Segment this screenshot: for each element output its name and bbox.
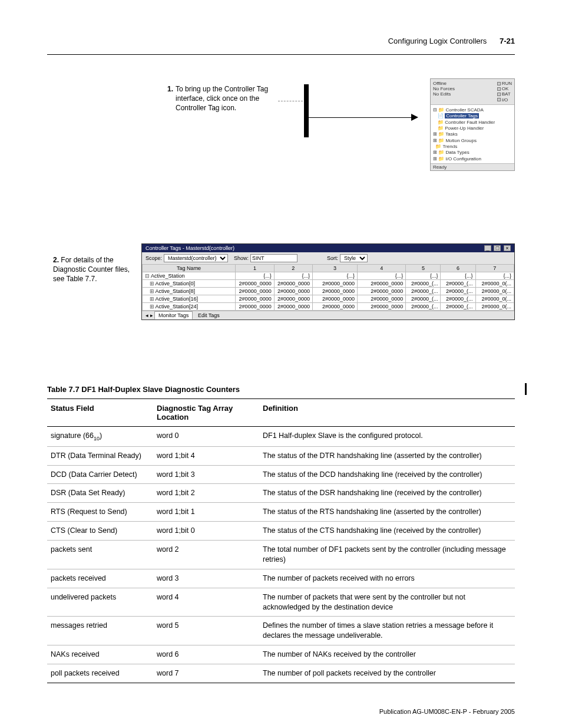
value-cell[interactable]: 2#0000_0000: [274, 288, 312, 295]
definition-cell: The number of NAKs received by the contr…: [259, 645, 515, 664]
value-cell[interactable]: 2#0000_(...: [441, 295, 475, 303]
tag-name-cell[interactable]: ⊟Active_Station: [143, 272, 236, 280]
location-cell: word 7: [153, 664, 259, 683]
tag-name-cell[interactable]: ⊞Active_Station[24]: [143, 303, 236, 311]
tag-name-cell[interactable]: ⊞Active_Station[0]: [143, 280, 236, 288]
value-cell[interactable]: 2#0000_(...: [406, 288, 441, 295]
window-titlebar[interactable]: Controller Tags - Masterstd(controller) …: [142, 244, 514, 252]
table-row[interactable]: ⊞Active_Station[8]2#0000_00002#0000_0000…: [143, 288, 514, 295]
table-row[interactable]: ⊞Active_Station[16]2#0000_00002#0000_000…: [143, 295, 514, 303]
status-field-cell: DTR (Data Terminal Ready): [47, 446, 153, 465]
definition-cell: The status of the DCD handshaking line (…: [259, 465, 515, 484]
value-cell[interactable]: {...}: [475, 272, 514, 280]
status-forces: No Forces: [433, 86, 455, 91]
tree-motion-groups[interactable]: ⊞ 📁 Motion Groups: [433, 138, 512, 144]
col-2[interactable]: 2: [274, 265, 312, 272]
location-cell: word 4: [153, 588, 259, 617]
value-cell[interactable]: 2#0000_0(...: [475, 295, 514, 303]
value-cell[interactable]: {...}: [406, 272, 441, 280]
tree-status-bar: Ready: [431, 163, 514, 170]
col-tagname[interactable]: Tag Name: [143, 265, 236, 272]
tree-controller-tags[interactable]: 📄 Controller Tags: [433, 113, 512, 119]
tab-monitor[interactable]: Monitor Tags: [154, 311, 193, 319]
th-status-field: Status Field: [47, 399, 153, 427]
col-4[interactable]: 4: [358, 265, 406, 272]
value-cell[interactable]: 2#0000_0000: [358, 288, 406, 295]
tag-name-cell[interactable]: ⊞Active_Station[8]: [143, 288, 236, 295]
step2-number: 2.: [53, 256, 59, 264]
table-row[interactable]: ⊞Active_Station[24]2#0000_00002#0000_000…: [143, 303, 514, 311]
status-field-cell: packets received: [47, 569, 153, 588]
definition-cell: The status of the DTR handshaking line (…: [259, 446, 515, 465]
value-cell[interactable]: 2#0000_0000: [358, 303, 406, 311]
value-cell[interactable]: {...}: [358, 272, 406, 280]
value-cell[interactable]: 2#0000_0000: [358, 295, 406, 303]
maximize-icon[interactable]: □: [494, 245, 501, 251]
close-icon[interactable]: ×: [504, 245, 511, 251]
value-cell[interactable]: {...}: [441, 272, 475, 280]
value-cell[interactable]: 2#0000_0000: [313, 288, 358, 295]
tree-powerup-handler[interactable]: 📁 Power-Up Handler: [433, 126, 512, 131]
tree-trends[interactable]: 📁 Trends: [433, 144, 512, 150]
value-cell[interactable]: 2#0000_(...: [406, 295, 441, 303]
value-cell[interactable]: 2#0000_0(...: [475, 280, 514, 288]
value-cell[interactable]: 2#0000_(...: [441, 280, 475, 288]
tags-grid[interactable]: Tag Name 1 2 3 4 5 6 7 ⊟Active_Station{.…: [142, 264, 514, 311]
value-cell[interactable]: 2#0000_0000: [236, 288, 274, 295]
led-run-row: RUN: [497, 81, 512, 86]
value-cell[interactable]: 2#0000_(...: [441, 303, 475, 311]
show-input[interactable]: [250, 254, 297, 262]
tree-fault-handler[interactable]: 📁 Controller Fault Handler: [433, 120, 512, 126]
value-cell[interactable]: 2#0000_0000: [274, 295, 312, 303]
table-row: RTS (Request to Send)word 1;bit 1The sta…: [47, 503, 515, 522]
table-row: NAKs receivedword 6The number of NAKs re…: [47, 645, 515, 664]
col-3[interactable]: 3: [313, 265, 358, 272]
expand-icon[interactable]: ⊟: [145, 273, 150, 279]
table-row[interactable]: ⊟Active_Station{...}{...}{...}{...}{...}…: [143, 272, 514, 280]
value-cell[interactable]: 2#0000_0000: [236, 295, 274, 303]
value-cell[interactable]: 2#0000_0000: [236, 303, 274, 311]
value-cell[interactable]: 2#0000_(...: [406, 303, 441, 311]
tree-io-config[interactable]: ⊞ 📁 I/O Configuration: [433, 156, 512, 162]
value-cell[interactable]: 2#0000_0000: [274, 303, 312, 311]
step2-text: 2. For details of the Diagnostic Counter…: [53, 255, 135, 284]
value-cell[interactable]: 2#0000_0000: [313, 280, 358, 288]
value-cell[interactable]: 2#0000_0000: [313, 295, 358, 303]
tag-name-cell[interactable]: ⊞Active_Station[16]: [143, 295, 236, 303]
table-row[interactable]: ⊞Active_Station[0]2#0000_00002#0000_0000…: [143, 280, 514, 288]
value-cell[interactable]: {...}: [236, 272, 274, 280]
value-cell[interactable]: 2#0000_0000: [274, 280, 312, 288]
expand-icon[interactable]: ⊞: [150, 281, 154, 286]
value-cell[interactable]: 2#0000_(...: [441, 288, 475, 295]
tab-edit[interactable]: Edit Tags: [194, 312, 223, 319]
tree-datatypes[interactable]: ⊞ 📁 Data Types: [433, 150, 512, 156]
tree-root[interactable]: ⊟ 📁 Controller SCADA: [433, 107, 512, 113]
project-tree[interactable]: ⊟ 📁 Controller SCADA 📄 Controller Tags 📁…: [431, 104, 514, 164]
value-cell[interactable]: 2#0000_0000: [358, 280, 406, 288]
value-cell[interactable]: 2#0000_(...: [406, 280, 441, 288]
col-5[interactable]: 5: [406, 265, 441, 272]
value-cell[interactable]: 2#0000_0(...: [475, 288, 514, 295]
location-cell: word 1;bit 4: [153, 446, 259, 465]
expand-icon[interactable]: ⊞: [150, 288, 154, 294]
value-cell[interactable]: 2#0000_0000: [236, 280, 274, 288]
value-cell[interactable]: 2#0000_0(...: [475, 303, 514, 311]
col-1[interactable]: 1: [236, 265, 274, 272]
step1-area: 1. To bring up the Controller Tag interf…: [47, 84, 515, 202]
col-7[interactable]: 7: [475, 265, 514, 272]
expand-icon[interactable]: ⊞: [150, 304, 154, 309]
th-definition: Definition: [259, 399, 515, 427]
expand-icon[interactable]: ⊞: [150, 296, 154, 302]
table-row: packets sentword 2The total number of DF…: [47, 541, 515, 569]
sort-select[interactable]: Style: [340, 254, 368, 262]
leader-line: [278, 101, 303, 101]
value-cell[interactable]: {...}: [274, 272, 312, 280]
scope-select[interactable]: Masterstd(controller): [164, 254, 228, 262]
value-cell[interactable]: {...}: [313, 272, 358, 280]
value-cell[interactable]: 2#0000_0000: [313, 303, 358, 311]
arrow-shaft: [309, 117, 415, 118]
minimize-icon[interactable]: _: [484, 245, 491, 251]
tree-tasks[interactable]: ⊞ 📁 Tasks: [433, 131, 512, 137]
col-6[interactable]: 6: [441, 265, 475, 272]
window-title: Controller Tags - Masterstd(controller): [146, 245, 234, 251]
